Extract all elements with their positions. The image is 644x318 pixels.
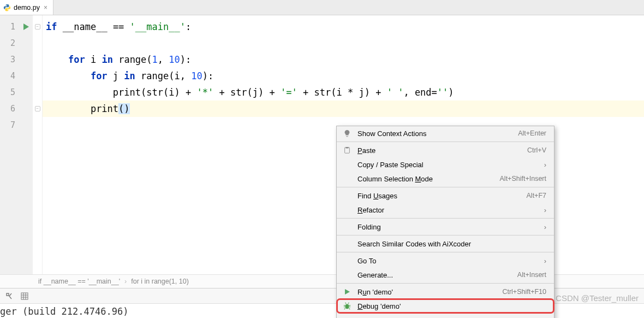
code-line[interactable]: print(str(i) + '*' + str(j) + '=' + str(… [43,84,644,101]
menu-debug[interactable]: Debug 'demo' [337,299,554,313]
submenu-arrow-icon: › [544,161,546,169]
breadcrumb-item[interactable]: if __name__ == '__main__' [38,278,120,285]
menu-run[interactable]: Run 'demo' Ctrl+Shift+F10 [337,285,554,299]
code-line[interactable]: if __name__ == '__main__': [43,19,644,35]
svg-point-0 [6,5,7,5]
context-menu: Show Context Actions Alt+Enter Paste Ctr… [336,126,554,318]
line-number: 7 [0,117,20,133]
menu-find-usages[interactable]: Find Usages Alt+F7 [337,189,554,203]
menu-column-mode[interactable]: Column Selection Mode Alt+Shift+Insert [337,172,554,186]
python-file-icon [3,4,11,11]
step-into-icon[interactable] [5,292,13,300]
menu-show-context-actions[interactable]: Show Context Actions Alt+Enter [337,126,554,140]
submenu-arrow-icon: › [544,257,546,265]
svg-point-5 [345,304,349,309]
line-number: 6 [0,101,20,117]
fold-toggle-icon[interactable]: − [35,24,40,30]
breadcrumb-separator: › [124,278,127,285]
line-number: 4 [0,68,20,84]
submenu-arrow-icon: › [544,206,546,214]
svg-rect-4 [345,147,348,149]
run-gutter-icon[interactable] [23,23,29,30]
submenu-arrow-icon: › [544,223,546,231]
watermark: CSDN @Tester_muller [556,293,639,303]
code-line[interactable] [43,35,644,51]
line-number: 2 [0,35,20,51]
code-line[interactable]: for i in range(1, 10): [43,51,644,68]
tab-demo-py[interactable]: demo.py × [0,0,53,15]
line-number: 5 [0,84,20,101]
menu-folding[interactable]: Folding › [337,220,554,234]
fold-gutter: − − [33,15,43,274]
tab-label: demo.py [14,4,40,11]
debug-icon [342,302,352,310]
run-icon [342,288,352,295]
menu-paste[interactable]: Paste Ctrl+V [337,143,554,157]
menu-aixcoder[interactable]: Search Similar Codes with AiXcoder [337,237,554,251]
fold-toggle-icon[interactable]: − [35,106,40,111]
code-line[interactable]: for j in range(i, 10): [43,68,644,84]
clipboard-icon [342,146,352,154]
menu-goto[interactable]: Go To › [337,254,554,268]
svg-rect-2 [21,293,28,299]
tab-close-icon[interactable]: × [43,4,49,11]
code-line-current[interactable]: print() [43,101,644,117]
line-number: 1 [0,19,20,35]
grid-icon[interactable] [21,292,28,300]
menu-copy-paste-special[interactable]: Copy / Paste Special › [337,157,554,172]
tab-bar: demo.py × [0,0,644,15]
line-number: 3 [0,51,20,68]
bulb-icon [342,129,352,137]
svg-point-1 [8,9,8,10]
menu-refactor[interactable]: Refactor › [337,203,554,217]
menu-generate[interactable]: Generate... Alt+Insert [337,268,554,282]
line-number-gutter: 1 2 3 4 5 6 7 [0,15,20,274]
run-gutter [20,15,33,274]
menu-modify-run-config[interactable]: Modify Run Configuration... [337,313,554,318]
breadcrumb-item[interactable]: for i in range(1, 10) [131,278,189,285]
